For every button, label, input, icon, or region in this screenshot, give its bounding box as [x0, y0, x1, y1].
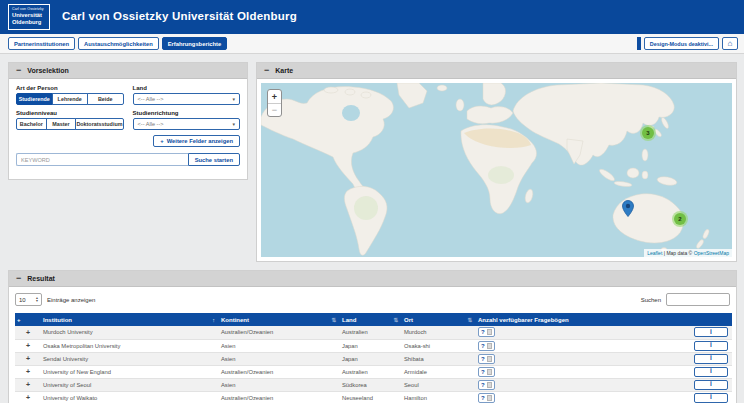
- design-mode-button[interactable]: Design-Modus deaktivi...: [644, 37, 719, 50]
- home-button[interactable]: ⌂: [722, 37, 738, 50]
- keyword-input[interactable]: [16, 153, 188, 166]
- map-cluster-marker-tasman[interactable]: 2: [672, 211, 688, 227]
- vorselektion-panel: − Vorselektion Art der Person Studierend…: [8, 62, 248, 180]
- row-detail-button[interactable]: i: [694, 327, 728, 337]
- resultat-panel-header[interactable]: − Resultat: [9, 271, 736, 287]
- cell-land: Südkorea: [340, 378, 402, 391]
- option-lehrende[interactable]: Lehrende: [52, 93, 89, 105]
- column-institution[interactable]: Institution↑: [41, 313, 219, 326]
- expand-row-button[interactable]: +: [15, 391, 41, 403]
- sort-both-icon[interactable]: ⇅: [467, 317, 472, 323]
- row-detail-button[interactable]: i: [694, 367, 728, 377]
- map-zoom-control: + −: [267, 89, 282, 117]
- zoom-out-button[interactable]: −: [268, 103, 281, 116]
- cell-institution: University of New England: [41, 365, 219, 378]
- collapse-icon[interactable]: −: [16, 66, 21, 75]
- land-field: Land <-- Alle --> ▾: [133, 85, 241, 105]
- option-studierende[interactable]: Studierende: [16, 93, 53, 105]
- column-land[interactable]: Land⇅: [340, 313, 402, 326]
- sort-asc-icon[interactable]: ↑: [212, 317, 215, 323]
- land-select[interactable]: <-- Alle --> ▾: [133, 93, 241, 105]
- option-bachelor[interactable]: Bachelor: [16, 118, 47, 130]
- question-icon: ?: [481, 329, 485, 335]
- page-title: Carl von Ossietzky Universität Oldenburg: [62, 10, 297, 22]
- cell-ort: Osaka-shi: [402, 339, 476, 352]
- tabbar-right-controls: Design-Modus deaktivi... ⌂: [637, 37, 738, 50]
- option-beide[interactable]: Beide: [87, 93, 124, 105]
- fragebogen-button[interactable]: ?: [478, 354, 495, 364]
- column-expand[interactable]: +: [15, 313, 41, 326]
- resultat-title: Resultat: [27, 275, 55, 282]
- column-ort[interactable]: Ort⇅: [402, 313, 476, 326]
- collapse-icon[interactable]: −: [264, 66, 269, 75]
- option-doktoratsstudium[interactable]: Doktoratsstudium: [75, 118, 123, 130]
- tab-partnerinstitutionen[interactable]: Partnerinstitutionen: [8, 37, 75, 50]
- nav-tabs: Partnerinstitutionen Austauschmöglichkei…: [8, 37, 227, 50]
- fragebogen-count-box: [487, 382, 492, 388]
- row-detail-button[interactable]: i: [694, 341, 728, 351]
- expand-row-button[interactable]: +: [15, 352, 41, 365]
- vorselektion-title: Vorselektion: [27, 67, 69, 74]
- fragebogen-button[interactable]: ?: [478, 341, 495, 351]
- studienrichtung-select-value: <-- Alle -->: [138, 121, 164, 127]
- zoom-in-button[interactable]: +: [268, 90, 281, 103]
- start-search-button[interactable]: Suche starten: [188, 153, 240, 166]
- page-size-select[interactable]: 10 ▴ ▾: [15, 293, 42, 306]
- fragebogen-button[interactable]: ?: [478, 367, 495, 377]
- fragebogen-count-box: [487, 395, 492, 401]
- studienrichtung-label: Studienrichtung: [133, 110, 241, 116]
- table-row: + University of Waikato Australien/Ozean…: [15, 391, 732, 403]
- pin-icon: [622, 200, 634, 217]
- chevron-down-icon: ▾: [232, 121, 235, 127]
- cell-land: Neuseeland: [340, 391, 402, 403]
- tab-austauschmoeglichkeiten[interactable]: Austauschmöglichkeiten: [78, 37, 159, 50]
- cell-institution: Osaka Metropolitan University: [41, 339, 219, 352]
- expand-row-button[interactable]: +: [15, 339, 41, 352]
- design-mode-handle[interactable]: [637, 37, 641, 50]
- row-detail-button[interactable]: i: [694, 354, 728, 364]
- expand-row-button[interactable]: +: [15, 326, 41, 339]
- expand-row-button[interactable]: +: [15, 365, 41, 378]
- openstreetmap-link[interactable]: OpenStreetMap: [694, 250, 729, 256]
- art-der-person-field: Art der Person Studierende Lehrende Beid…: [16, 85, 124, 105]
- map-cluster-marker-japan[interactable]: 3: [640, 125, 656, 141]
- map-pin-marker-australia[interactable]: [622, 200, 634, 221]
- fragebogen-button[interactable]: ?: [478, 380, 495, 390]
- option-master[interactable]: Master: [46, 118, 77, 130]
- row-detail-button[interactable]: i: [694, 380, 728, 390]
- column-kontinent[interactable]: Kontinent⇅: [219, 313, 340, 326]
- table-search-label: Suchen: [641, 297, 661, 303]
- karte-panel-header[interactable]: − Karte: [257, 63, 736, 79]
- fragebogen-button[interactable]: ?: [478, 393, 495, 403]
- more-fields-button[interactable]: + Weitere Felder anzeigen: [153, 135, 240, 147]
- table-search-input[interactable]: [666, 293, 730, 306]
- art-der-person-group: Studierende Lehrende Beide: [16, 93, 124, 105]
- cell-land: Japan: [340, 339, 402, 352]
- expand-row-button[interactable]: +: [15, 378, 41, 391]
- tab-bar: Partnerinstitutionen Austauschmöglichkei…: [0, 34, 744, 54]
- tab-erfahrungsberichte[interactable]: Erfahrungsberichte: [162, 37, 227, 50]
- cluster-count: 2: [674, 213, 686, 225]
- karte-title: Karte: [275, 67, 293, 74]
- cell-kontinent: Australien/Ozeanien: [219, 391, 340, 403]
- leaflet-link[interactable]: Leaflet: [647, 250, 662, 256]
- sort-both-icon[interactable]: ⇅: [331, 317, 336, 323]
- fragebogen-button[interactable]: ?: [478, 327, 495, 337]
- results-table: + Institution↑ Kontinent⇅ Land⇅ Ort⇅ Anz…: [15, 313, 732, 403]
- question-icon: ?: [481, 369, 485, 375]
- question-icon: ?: [481, 343, 485, 349]
- row-detail-button[interactable]: i: [694, 393, 728, 403]
- world-map[interactable]: + − 3 2 Leaflet | Map data © OpenStreetM…: [261, 83, 732, 257]
- logo-line2: Universität: [12, 12, 46, 20]
- vorselektion-panel-header[interactable]: − Vorselektion: [9, 63, 247, 79]
- university-logo: Carl von Ossietzky Universität Oldenburg: [8, 4, 50, 30]
- cell-ort: Hamilton: [402, 391, 476, 403]
- studienrichtung-select[interactable]: <-- Alle --> ▾: [133, 118, 241, 130]
- table-row: + Sendai University Asien Japan Shibata …: [15, 352, 732, 365]
- collapse-icon[interactable]: −: [16, 274, 21, 283]
- table-row: + University of New England Australien/O…: [15, 365, 732, 378]
- cell-institution: University of Seoul: [41, 378, 219, 391]
- sort-both-icon[interactable]: ⇅: [393, 317, 398, 323]
- column-anzahl[interactable]: Anzahl verfügbarer Fragebögen: [476, 313, 732, 326]
- map-tiles: [261, 83, 732, 257]
